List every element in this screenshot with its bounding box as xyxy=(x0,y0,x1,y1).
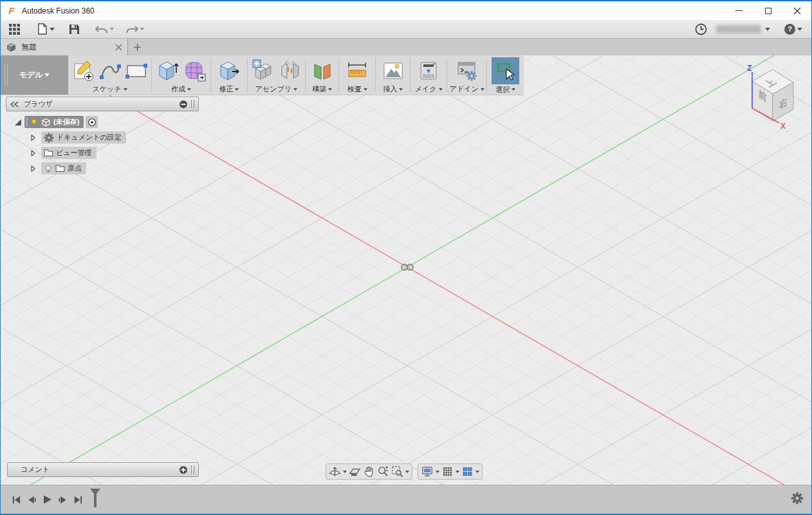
activate-component-radio[interactable] xyxy=(86,116,98,128)
ribbon-group-addins-menu[interactable]: アドイン xyxy=(450,84,484,95)
fusion360-logo-icon: F xyxy=(6,6,17,16)
window-title: Autodesk Fusion 360 xyxy=(22,6,95,15)
zoom-button[interactable] xyxy=(377,465,389,478)
visibility-bulb-icon[interactable] xyxy=(44,164,53,174)
help-button[interactable]: ? xyxy=(784,24,795,35)
create-form-icon[interactable] xyxy=(183,59,207,83)
browser-item-view-management[interactable]: ビュー管理 xyxy=(30,147,199,159)
maximize-button[interactable] xyxy=(753,1,782,20)
viewports-button[interactable] xyxy=(461,465,479,478)
window-zoom-icon xyxy=(391,465,403,478)
visibility-bulb-icon[interactable] xyxy=(30,117,39,127)
ribbon-group-modify: 修正 xyxy=(211,55,247,95)
redo-button[interactable] xyxy=(125,24,144,33)
press-pull-icon[interactable] xyxy=(217,59,241,83)
tab-close-icon[interactable] xyxy=(115,44,122,51)
close-button[interactable] xyxy=(782,1,811,20)
ribbon-group-inspect: 検査 xyxy=(339,55,375,95)
save-button[interactable] xyxy=(69,24,80,35)
expand-caret-icon[interactable] xyxy=(30,149,37,157)
look-at-icon xyxy=(349,465,361,478)
expand-caret-icon[interactable] xyxy=(30,134,37,142)
spline-icon[interactable] xyxy=(98,59,122,82)
viewcube-x-label: X xyxy=(780,122,786,131)
ribbon-group-make-menu[interactable]: メイク xyxy=(415,84,443,95)
minimize-icon xyxy=(735,10,743,11)
browser-item-label: ビュー管理 xyxy=(56,148,92,158)
window-zoom-button[interactable] xyxy=(391,465,409,478)
browser-item-origin[interactable]: 原点 xyxy=(30,162,199,174)
expand-caret-icon[interactable] xyxy=(30,165,37,173)
timeline-go-to-end-button[interactable] xyxy=(70,492,86,507)
scripts-addins-icon[interactable] xyxy=(455,59,479,83)
timeline-play-button[interactable] xyxy=(39,492,55,507)
ribbon-group-create-menu[interactable]: 作成 xyxy=(171,84,191,95)
viewcube[interactable]: 上 前 右 Z X xyxy=(741,57,811,135)
file-menu-button[interactable] xyxy=(37,23,55,35)
minimize-panel-icon[interactable] xyxy=(179,100,188,109)
origin-marker[interactable] xyxy=(407,264,413,270)
app-grid-icon xyxy=(8,23,21,35)
comments-header[interactable]: コメント xyxy=(7,462,199,477)
timeline-settings-button[interactable] xyxy=(791,492,804,507)
ribbon-group-select-menu[interactable]: 選択 xyxy=(495,84,515,95)
joint-icon[interactable] xyxy=(278,59,302,83)
timeline-step-back-button[interactable] xyxy=(24,492,39,507)
document-tab-untitled[interactable]: 無題 xyxy=(1,39,128,55)
expand-panel-plus-icon[interactable] xyxy=(179,465,188,474)
browser-root-row[interactable]: (未保存) xyxy=(14,116,199,128)
extrude-icon[interactable] xyxy=(155,59,180,83)
construct-plane-icon[interactable] xyxy=(310,59,335,83)
job-status-button[interactable] xyxy=(695,23,707,35)
3d-print-icon[interactable] xyxy=(416,59,441,83)
dropdown-caret-icon xyxy=(439,88,443,91)
sketch-rectangle-icon[interactable] xyxy=(125,59,148,82)
redo-icon xyxy=(125,24,138,33)
workspace-mode-button[interactable]: モデル xyxy=(1,55,68,95)
undo-icon xyxy=(95,24,108,33)
pan-button[interactable] xyxy=(363,465,375,478)
panel-grip[interactable] xyxy=(191,465,194,474)
workspace-mode-caret-icon xyxy=(44,73,50,77)
toolbar-grip[interactable] xyxy=(5,64,8,86)
display-settings-caret-icon xyxy=(436,471,439,473)
user-account-name[interactable] xyxy=(716,25,761,33)
viewports-icon xyxy=(461,465,474,478)
ribbon-group-insert-menu[interactable]: 挿入 xyxy=(383,84,403,95)
ribbon-group-assembly-menu[interactable]: アセンブリ xyxy=(255,84,297,95)
panel-grip[interactable] xyxy=(191,100,194,108)
insert-image-icon[interactable] xyxy=(381,59,405,83)
minimize-button[interactable] xyxy=(724,1,753,20)
ribbon-group-label: メイク xyxy=(415,84,437,94)
new-component-icon[interactable] xyxy=(250,59,275,83)
dropdown-caret-icon xyxy=(187,88,191,91)
measure-icon[interactable] xyxy=(345,59,369,83)
ribbon-group-modify-menu[interactable]: 修正 xyxy=(219,84,239,95)
dropdown-caret-icon xyxy=(124,88,127,91)
undo-button[interactable] xyxy=(95,24,114,33)
timeline-step-forward-button[interactable] xyxy=(55,492,70,507)
look-at-button[interactable] xyxy=(349,465,361,478)
orbit-button[interactable] xyxy=(329,465,347,478)
grid-settings-icon xyxy=(441,465,454,478)
ribbon-group-inspect-menu[interactable]: 検査 xyxy=(347,84,367,95)
create-sketch-icon[interactable] xyxy=(72,59,95,82)
origin-marker[interactable] xyxy=(401,264,407,270)
collapse-panel-icon[interactable] xyxy=(10,101,19,108)
new-document-tab-button[interactable] xyxy=(128,39,146,55)
ribbon-group-construct-menu[interactable]: 構築 xyxy=(312,84,332,95)
save-icon xyxy=(69,24,80,35)
timeline-go-to-start-button[interactable] xyxy=(8,492,24,507)
maximize-icon xyxy=(765,8,771,14)
app-launcher-button[interactable] xyxy=(8,23,21,35)
expanded-arrow-icon[interactable] xyxy=(14,118,23,127)
ribbon-group-sketch-menu[interactable]: スケッチ xyxy=(93,84,127,95)
browser-item-document-settings[interactable]: ドキュメントの設定 xyxy=(30,131,199,144)
timeline-position-marker[interactable] xyxy=(89,488,101,510)
model-viewport[interactable]: 上 前 右 Z X モデル xyxy=(1,55,811,485)
select-tool-button-active[interactable] xyxy=(492,57,519,84)
grid-settings-button[interactable] xyxy=(441,465,459,478)
browser-root-label: (未保存) xyxy=(53,117,79,127)
display-settings-button[interactable] xyxy=(421,465,439,478)
browser-header[interactable]: ブラウザ xyxy=(6,97,199,111)
